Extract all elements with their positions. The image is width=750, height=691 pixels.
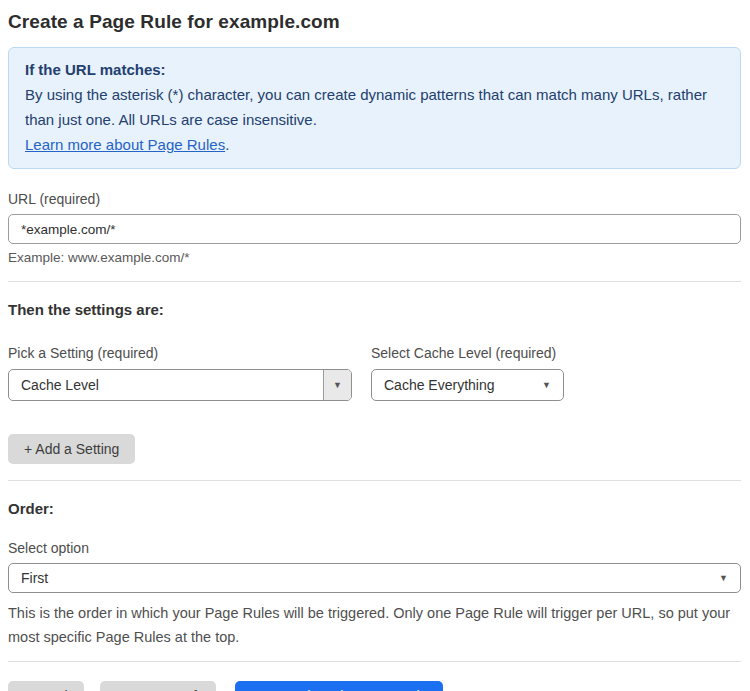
order-help-text: This is the order in which your Page Rul… [8, 601, 741, 649]
link-period: . [225, 136, 229, 153]
caret-down-icon: ▼ [333, 381, 342, 390]
order-select[interactable]: First ▼ [8, 563, 741, 593]
divider [8, 281, 741, 282]
order-select-value: First [9, 570, 719, 586]
url-match-info-box: If the URL matches: By using the asteris… [8, 47, 741, 169]
caret-down-icon: ▼ [542, 381, 563, 390]
pick-setting-label: Pick a Setting (required) [8, 345, 352, 361]
save-draft-button[interactable]: Save as Draft [100, 681, 217, 691]
save-deploy-button[interactable]: Save and Deploy Page Rule [235, 681, 443, 691]
url-input[interactable] [8, 214, 741, 244]
cache-level-select[interactable]: Cache Everything ▼ [371, 369, 564, 401]
info-box-link-line: Learn more about Page Rules. [25, 132, 724, 157]
footer-actions: Cancel Save as Draft Save and Deploy Pag… [8, 681, 741, 691]
caret-down-icon: ▼ [719, 574, 740, 583]
cache-level-column: Select Cache Level (required) Cache Ever… [371, 318, 564, 401]
select-cache-level-label: Select Cache Level (required) [371, 345, 564, 361]
settings-row: Pick a Setting (required) Cache Level ▼ … [8, 318, 741, 401]
setting-select-arrow-box[interactable]: ▼ [323, 370, 351, 400]
url-example-hint: Example: www.example.com/* [8, 250, 741, 265]
page-title: Create a Page Rule for example.com [8, 11, 741, 33]
select-option-label: Select option [8, 540, 741, 556]
setting-column: Pick a Setting (required) Cache Level ▼ [8, 318, 352, 401]
create-page-rule-form: Create a Page Rule for example.com If th… [0, 0, 750, 691]
cache-level-select-value: Cache Everything [372, 377, 542, 393]
setting-select[interactable]: Cache Level ▼ [8, 369, 352, 401]
settings-section-heading: Then the settings are: [8, 301, 741, 318]
divider [8, 661, 741, 662]
add-setting-button[interactable]: + Add a Setting [8, 434, 135, 464]
info-box-heading: If the URL matches: [25, 57, 724, 82]
learn-more-link[interactable]: Learn more about Page Rules [25, 136, 225, 153]
cancel-button[interactable]: Cancel [8, 681, 84, 691]
order-section-heading: Order: [8, 500, 741, 517]
setting-select-value: Cache Level [9, 377, 323, 393]
url-label: URL (required) [8, 191, 741, 207]
divider [8, 480, 741, 481]
info-box-body: By using the asterisk (*) character, you… [25, 82, 724, 132]
